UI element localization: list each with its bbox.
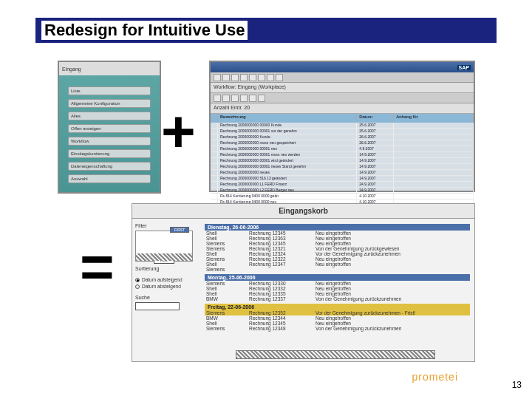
cal-tab-top[interactable]: FIRST — [170, 227, 189, 233]
menu-button[interactable]: Workflow — [68, 137, 151, 146]
sap-subtitle: Workflow: Eingang (Workplace) — [211, 83, 474, 93]
screenshot-menu: Eingang Liste Allgemeine Konfiguration A… — [58, 61, 161, 194]
list-item[interactable]: ShellRechnung 12332Neu eingetroffen — [205, 286, 470, 291]
list-item[interactable]: SiemensRechnung 12321Von der Genehmigung… — [205, 246, 470, 251]
table-row[interactable]: Rechnung 2000000000 neues14.9.2007 — [211, 170, 474, 176]
toolbar-icon[interactable] — [276, 74, 283, 81]
toolbar-icon[interactable] — [249, 74, 256, 81]
sap-table-header: Bezeichnung Datum Anhang für — [211, 114, 474, 123]
list-item[interactable]: ShellRechnung 12363Neu eingetroffen — [205, 236, 470, 241]
radio-asc[interactable]: Datum aufsteigend — [135, 277, 197, 282]
mockup-footer-slab — [236, 350, 435, 359]
col-check — [211, 114, 218, 123]
toolbar-icon[interactable] — [258, 95, 265, 102]
toolbar-icon[interactable] — [231, 74, 239, 81]
alle-button[interactable]: Alle — [154, 256, 174, 264]
sap-filter-row: Anzahl Eintr. 20 — [211, 103, 474, 114]
toolbar-icon[interactable] — [222, 95, 230, 102]
table-row[interactable]: Rechnung 2000000000 L2 FERD Berger neu24… — [211, 188, 474, 194]
radio-dot-icon — [135, 278, 140, 282]
mockup-body: Filter FIRST Alle Sortierung Datum aufst… — [132, 219, 474, 355]
list-item[interactable]: ShellRechnung 12335Neu eingetroffen — [205, 291, 470, 296]
table-row[interactable]: Rechnung 2000000000 00001 wird geändert1… — [211, 158, 474, 164]
list-item[interactable]: ShellRechnung 12324Vor der Genehmigung z… — [205, 251, 470, 256]
toolbar-icon[interactable] — [214, 74, 221, 81]
list-item[interactable]: ShellRechnung 12345Neu eingetroffen — [205, 321, 470, 326]
brand-logo: prometei — [412, 371, 458, 383]
sap-toolbar-2 — [211, 93, 474, 103]
table-row[interactable]: Rechnung 2000000000 muss neu gespeichert… — [211, 140, 474, 146]
list-item[interactable]: SiemensRechnung 12348Von der Genehmigung… — [205, 326, 470, 331]
radio-asc-label: Datum aufsteigend — [142, 277, 183, 282]
table-row[interactable]: Rechnung 2000000000 516 13 geändert14.9.… — [211, 176, 474, 182]
mockup-title: Eingangskorb — [132, 204, 474, 219]
table-row[interactable]: Rechnung 2000000000 L1 FERD Finanz24.9.2… — [211, 182, 474, 188]
sap-logo: SAP — [457, 65, 471, 70]
col-desc: Bezeichnung — [218, 114, 357, 123]
filter-label: Anzahl Eintr. — [214, 105, 242, 110]
menu-button[interactable]: Allgemeine Konfiguration — [68, 99, 151, 108]
menu-button[interactable]: Dateneigenschaflung — [68, 162, 151, 171]
col-date: Datum — [357, 114, 394, 123]
table-row[interactable]: Rechnung 2000000000 00001 muss neu werde… — [211, 152, 474, 158]
slide-stage: Eingang Liste Allgemeine Konfiguration A… — [35, 52, 497, 378]
table-row[interactable]: Rechnung 2000000000 Kunde26.6.2007 — [211, 134, 474, 140]
toolbar-icon[interactable] — [267, 74, 274, 81]
list-item[interactable]: ShellRechnung 12347Neu eingetroffen — [205, 262, 470, 267]
equals-symbol: = — [80, 233, 115, 301]
list-item[interactable]: BMWRechnung 12344Neu eingetroffen — [205, 316, 470, 321]
sap-toolbar — [211, 72, 474, 83]
list-item[interactable]: BMWRechnung 12337Von der Genehmigung zur… — [205, 296, 470, 301]
toolbar-icon[interactable] — [240, 74, 248, 81]
slide-title-bar: Redesign for Intuitive Use — [35, 18, 497, 45]
col-att: Anhang für — [394, 114, 474, 123]
table-row[interactable]: Rechnung 2000000000 00001 vor der genehm… — [211, 129, 474, 134]
list-item[interactable]: SiemensRechnung 12352Vor der Genehmigung… — [205, 310, 470, 316]
list-item[interactable]: Siemens — [205, 267, 470, 272]
plus-symbol: + — [161, 98, 196, 166]
menu-button[interactable]: Auswahl — [68, 174, 151, 183]
redesign-mockup: Eingangskorb Filter FIRST Alle Sortierun… — [132, 203, 475, 362]
list-item[interactable]: ShellRechnung 12345Neu eingetroffen — [205, 231, 470, 236]
calendar-widget[interactable]: FIRST Alle — [135, 231, 193, 262]
toolbar-icon[interactable] — [231, 95, 239, 102]
toolbar-icon[interactable] — [222, 74, 230, 81]
sort-radios: Datum aufsteigend Datum absteigend — [135, 277, 197, 289]
menu-button[interactable]: Einstiegskontierung — [68, 149, 151, 158]
brand-name: prometei — [412, 371, 458, 383]
top-row: Eingang Liste Allgemeine Konfiguration A… — [35, 61, 497, 201]
radio-desc[interactable]: Datum absteigend — [135, 284, 197, 289]
filter-value: 20 — [244, 105, 250, 110]
mockup-main: Dienstag, 26-06-2006ShellRechnung 12345N… — [200, 219, 474, 355]
menu-button[interactable]: Alles — [68, 112, 151, 120]
radio-desc-label: Datum absteigend — [142, 284, 181, 289]
day-header: Freitag, 22-06-2006 — [205, 304, 470, 310]
list-item[interactable]: SiemensRechnung 12330Neu eingetroffen — [205, 281, 470, 286]
radio-dot-icon — [135, 284, 140, 289]
screenshot-sap: SAP Workflow: Eingang (Workplace) Anzahl… — [209, 61, 475, 192]
list-item[interactable]: SiemensRechnung 12345Neu eingetroffen — [205, 241, 470, 246]
toolbar-icon[interactable] — [240, 95, 248, 102]
search-label: Suche — [135, 295, 197, 300]
sort-label: Sortierung — [135, 266, 197, 271]
day-header: Montag, 25-06-2006 — [205, 274, 470, 281]
list-item[interactable]: SiemensRechnung 12322Neu eingetroffen — [205, 256, 470, 262]
menu-button[interactable]: Offen anzeigen — [68, 124, 151, 133]
screenshot-menu-body: Liste Allgemeine Konfiguration Alles Off… — [59, 75, 160, 190]
sap-table-body: Rechnung 2000000000 00000 Kunde25.6.2007… — [211, 123, 474, 210]
toolbar-icon[interactable] — [249, 95, 256, 102]
search-input[interactable] — [135, 302, 180, 310]
table-row[interactable]: Rechnung 2000000000 00001 neu4.9.2007 — [211, 146, 474, 152]
slide-title: Redesign for Intuitive Use — [41, 21, 248, 40]
page-number: 13 — [512, 380, 522, 390]
table-row[interactable]: Rechnung 2000000000 00001 neues Stand ge… — [211, 164, 474, 170]
day-header: Dienstag, 26-06-2006 — [205, 224, 470, 231]
toolbar-icon[interactable] — [214, 95, 221, 102]
screenshot-menu-title: Eingang — [59, 62, 160, 75]
menu-button[interactable]: Liste — [68, 86, 151, 95]
table-row[interactable]: Rechnung 2000000000 00000 Kunde25.6.2007 — [211, 123, 474, 129]
toolbar-icon[interactable] — [258, 74, 265, 81]
bottom-row: = Eingangskorb Filter FIRST Alle Sortier… — [35, 203, 497, 378]
table-row[interactable]: Rs 814 Kontierung 0400 0000 geän4.10.200… — [211, 194, 474, 200]
mockup-sidebar: Filter FIRST Alle Sortierung Datum aufst… — [132, 219, 200, 355]
